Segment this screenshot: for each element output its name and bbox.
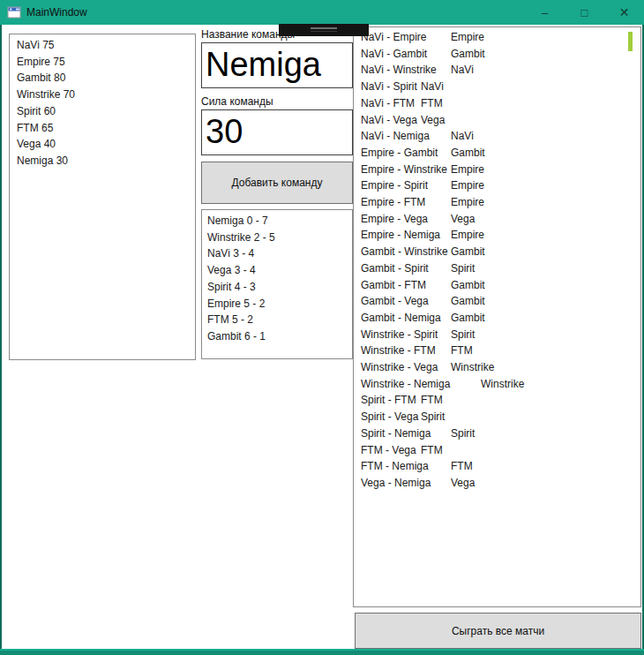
team-strength-label: Сила команды bbox=[201, 95, 273, 108]
match-row[interactable]: FTM - Vega FTM bbox=[354, 442, 640, 459]
list-item[interactable]: Spirit 60 bbox=[10, 103, 195, 120]
list-item[interactable]: Empire 5 - 2 bbox=[202, 296, 352, 312]
team-name-input[interactable] bbox=[201, 42, 353, 88]
list-item[interactable]: FTM 5 - 2 bbox=[202, 312, 352, 328]
match-row[interactable]: Winstrike - Nemiga Winstrike bbox=[354, 376, 640, 393]
window-controls: – □ ✕ bbox=[525, 0, 644, 25]
match-row[interactable]: Winstrike - Spirit Spirit bbox=[354, 327, 640, 343]
match-row[interactable]: Spirit - Nemiga Spirit bbox=[354, 425, 640, 442]
list-item[interactable]: Empire 75 bbox=[10, 54, 195, 71]
window-title: MainWindow bbox=[26, 6, 87, 19]
scrollbar-indicator[interactable] bbox=[628, 32, 633, 51]
match-row[interactable]: NaVi - Empire Empire bbox=[354, 29, 640, 46]
list-item[interactable]: Winstrike 70 bbox=[10, 87, 195, 103]
list-item[interactable]: NaVi 75 bbox=[10, 37, 195, 54]
match-row[interactable]: Empire - Vega Vega bbox=[354, 211, 640, 228]
main-window: MainWindow – □ ✕ NaVi 75 Empire 75 Gambi… bbox=[0, 0, 644, 655]
team-strength-input[interactable] bbox=[201, 109, 353, 155]
match-row[interactable]: Empire - FTM Empire bbox=[354, 194, 640, 211]
match-row[interactable]: Winstrike - Vega Winstrike bbox=[354, 359, 640, 376]
list-item[interactable]: Vega 40 bbox=[10, 136, 195, 153]
teams-listbox[interactable]: NaVi 75 Empire 75 Gambit 80 Winstrike 70… bbox=[9, 34, 196, 360]
match-row[interactable]: Gambit - Spirit Spirit bbox=[354, 260, 640, 277]
match-row[interactable]: NaVi - Nemiga NaVi bbox=[354, 128, 640, 145]
match-row[interactable]: Gambit - Winstrike Gambit bbox=[354, 244, 640, 260]
title-bar[interactable]: MainWindow – □ ✕ bbox=[0, 0, 644, 25]
match-row[interactable]: NaVi - Gambit Gambit bbox=[354, 46, 640, 63]
match-row[interactable]: Gambit - FTM Gambit bbox=[354, 277, 640, 294]
matches-listbox[interactable]: NaVi - Empire Empire NaVi - Gambit Gambi… bbox=[353, 26, 641, 607]
app-window-icon bbox=[7, 5, 21, 19]
play-all-matches-button[interactable]: Сыграть все матчи bbox=[355, 613, 641, 649]
window-border-bottom bbox=[0, 649, 644, 655]
list-item[interactable]: Nemiga 0 - 7 bbox=[202, 213, 352, 230]
list-item[interactable]: Gambit 80 bbox=[10, 70, 195, 87]
match-row[interactable]: Spirit - Vega Spirit bbox=[354, 409, 640, 425]
window-border-left bbox=[0, 25, 2, 655]
match-row[interactable]: Vega - Nemiga Vega bbox=[354, 475, 640, 492]
minimize-button[interactable]: – bbox=[525, 0, 565, 25]
match-row[interactable]: Empire - Spirit Empire bbox=[354, 177, 640, 194]
match-row[interactable]: Gambit - Vega Gambit bbox=[354, 293, 640, 310]
list-item[interactable]: Gambit 6 - 1 bbox=[202, 328, 352, 345]
match-row[interactable]: Spirit - FTM FTM bbox=[354, 392, 640, 409]
match-row[interactable]: Empire - Nemiga Empire bbox=[354, 227, 640, 244]
match-row[interactable]: Empire - Gambit Gambit bbox=[354, 145, 640, 162]
match-row[interactable]: NaVi - Spirit NaVi bbox=[354, 79, 640, 95]
match-row[interactable]: NaVi - Vega Vega bbox=[354, 112, 640, 129]
drag-handle-bar[interactable] bbox=[279, 24, 369, 36]
list-item[interactable]: Nemiga 30 bbox=[10, 153, 195, 169]
match-row[interactable]: FTM - Nemiga FTM bbox=[354, 458, 640, 475]
add-team-button[interactable]: Добавить команду bbox=[201, 162, 353, 204]
list-item[interactable]: Vega 3 - 4 bbox=[202, 262, 352, 279]
list-item[interactable]: Winstrike 2 - 5 bbox=[202, 230, 352, 246]
match-row[interactable]: NaVi - FTM FTM bbox=[354, 95, 640, 112]
match-row[interactable]: Winstrike - FTM FTM bbox=[354, 343, 640, 359]
grip-icon bbox=[311, 27, 337, 32]
maximize-button[interactable]: □ bbox=[565, 0, 604, 25]
match-row[interactable]: Gambit - Nemiga Gambit bbox=[354, 310, 640, 327]
standings-listbox[interactable]: Nemiga 0 - 7 Winstrike 2 - 5 NaVi 3 - 4 … bbox=[201, 209, 353, 359]
close-button[interactable]: ✕ bbox=[604, 0, 644, 25]
list-item[interactable]: NaVi 3 - 4 bbox=[202, 245, 352, 262]
match-row[interactable]: Empire - Winstrike Empire bbox=[354, 162, 640, 178]
match-row[interactable]: NaVi - Winstrike NaVi bbox=[354, 62, 640, 79]
list-item[interactable]: FTM 65 bbox=[10, 120, 195, 137]
list-item[interactable]: Spirit 4 - 3 bbox=[202, 279, 352, 296]
